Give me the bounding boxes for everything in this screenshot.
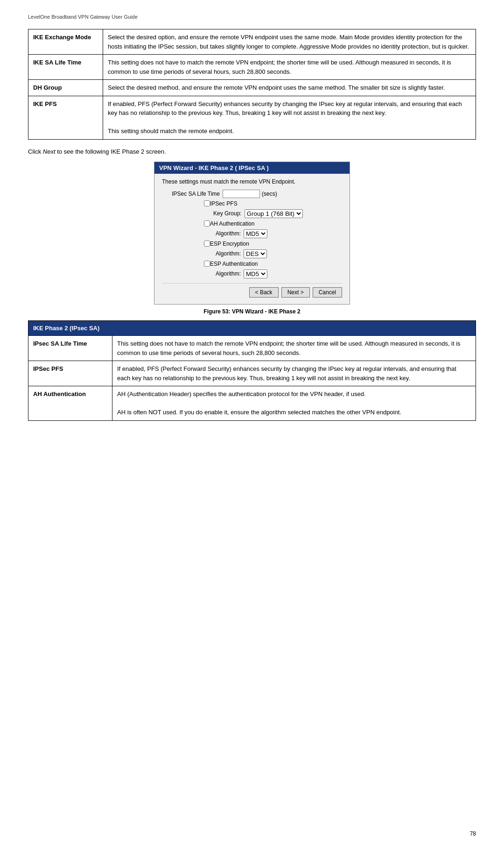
ah-auth-checkbox-label: AH Authentication bbox=[210, 220, 254, 227]
next-button[interactable]: Next > bbox=[281, 287, 310, 298]
instruction-text: Click Next to see the following IKE Phas… bbox=[28, 148, 476, 155]
ike-phase1-table: IKE Exchange Mode Select the desired opt… bbox=[28, 29, 476, 140]
ipsec-pfs-checkbox-label: IPSec PFS bbox=[210, 200, 238, 207]
key-group-label: Key Group: bbox=[213, 210, 245, 217]
esp-auth-algo-label: Algorithm: bbox=[213, 270, 244, 277]
table-row: IKE PFS If enabled, PFS (Perfect Forward… bbox=[28, 96, 476, 139]
ike-phase2-table: IKE Phase 2 (IPsec SA) IPsec SA Life Tim… bbox=[28, 320, 476, 421]
dh-group-desc: Select the desired method, and ensure th… bbox=[103, 80, 476, 96]
ipsec-pfs-label: IPSec PFS bbox=[28, 361, 112, 386]
esp-enc-algo-row: Algorithm: DES bbox=[162, 249, 342, 258]
section-header-cell: IKE Phase 2 (IPsec SA) bbox=[28, 320, 476, 336]
ah-auth-label: AH Authentication bbox=[28, 386, 112, 421]
dh-group-label: DH Group bbox=[28, 80, 103, 96]
esp-enc-checkbox-label: ESP Encryption bbox=[210, 241, 249, 247]
esp-auth-algo-row: Algorithm: MD5 bbox=[162, 269, 342, 278]
key-group-row: Key Group: Group 1 (768 Bit) bbox=[162, 209, 342, 218]
ah-algo-select[interactable]: MD5 bbox=[244, 229, 267, 238]
table-row: AH Authentication AH (Authentication Hea… bbox=[28, 386, 476, 421]
cancel-button[interactable]: Cancel bbox=[313, 287, 342, 298]
ike-pfs-label: IKE PFS bbox=[28, 96, 103, 139]
page-number: 78 bbox=[470, 830, 476, 837]
ah-auth-row: AH Authentication bbox=[162, 220, 342, 227]
figure-caption: Figure 53: VPN Wizard - IKE Phase 2 bbox=[28, 308, 476, 315]
esp-enc-algo-select[interactable]: DES bbox=[244, 249, 267, 258]
ike-sa-life-time-label: IKE SA Life Time bbox=[28, 55, 103, 80]
page-header: LevelOne Broadband VPN Gateway User Guid… bbox=[28, 14, 476, 20]
ike-exchange-mode-desc: Select the desired option, and ensure th… bbox=[103, 29, 476, 55]
esp-auth-algo-select[interactable]: MD5 bbox=[244, 269, 267, 278]
ipsec-sa-life-time-desc: This setting does not have to match the … bbox=[112, 336, 476, 361]
ah-algo-row: Algorithm: MD5 bbox=[162, 229, 342, 238]
esp-enc-checkbox[interactable] bbox=[204, 241, 210, 247]
esp-enc-row: ESP Encryption bbox=[162, 241, 342, 247]
table-row: IKE Exchange Mode Select the desired opt… bbox=[28, 29, 476, 55]
ipsec-pfs-desc: If enabled, PFS (Perfect Forward Securit… bbox=[112, 361, 476, 386]
ike-exchange-mode-label: IKE Exchange Mode bbox=[28, 29, 103, 55]
wizard-title-bar: VPN Wizard - IKE Phase 2 ( IPSec SA ) bbox=[154, 162, 350, 174]
section-header-row: IKE Phase 2 (IPsec SA) bbox=[28, 320, 476, 336]
back-button[interactable]: < Back bbox=[249, 287, 279, 298]
ike-sa-life-time-desc: This setting does not have to match the … bbox=[103, 55, 476, 80]
table-row: IPsec SA Life Time This setting does not… bbox=[28, 336, 476, 361]
esp-auth-checkbox-label: ESP Authentication bbox=[210, 261, 258, 267]
ah-algo-label: Algorithm: bbox=[213, 230, 244, 237]
esp-auth-row: ESP Authentication bbox=[162, 261, 342, 267]
ah-auth-desc: AH (Authentication Header) specifies the… bbox=[112, 386, 476, 421]
ipsec-sa-life-time-label: IPsec SA Life Time bbox=[28, 336, 112, 361]
ipsec-sa-lifetime-input[interactable] bbox=[223, 190, 260, 198]
ipsec-pfs-checkbox[interactable] bbox=[204, 200, 210, 206]
wizard-buttons: < Back Next > Cancel bbox=[162, 283, 342, 298]
ipsec-sa-lifetime-field-label: IPSec SA Life Time bbox=[162, 191, 223, 197]
ipsec-sa-lifetime-unit: (secs) bbox=[262, 191, 277, 197]
table-row: DH Group Select the desired method, and … bbox=[28, 80, 476, 96]
ipsec-sa-lifetime-row: IPSec SA Life Time (secs) bbox=[162, 190, 342, 198]
esp-enc-algo-label: Algorithm: bbox=[213, 250, 244, 257]
ah-auth-checkbox[interactable] bbox=[204, 220, 210, 227]
wizard-body: These settings must match the remote VPN… bbox=[154, 174, 350, 304]
table-row: IPSec PFS If enabled, PFS (Perfect Forwa… bbox=[28, 361, 476, 386]
ike-pfs-desc: If enabled, PFS (Perfect Forward Securit… bbox=[103, 96, 476, 139]
key-group-select[interactable]: Group 1 (768 Bit) bbox=[245, 209, 303, 218]
ipsec-pfs-row: IPSec PFS bbox=[162, 200, 342, 207]
wizard-subtitle: These settings must match the remote VPN… bbox=[162, 178, 342, 185]
table-row: IKE SA Life Time This setting does not h… bbox=[28, 55, 476, 80]
esp-auth-checkbox[interactable] bbox=[204, 261, 210, 267]
vpn-wizard-screenshot: VPN Wizard - IKE Phase 2 ( IPSec SA ) Th… bbox=[154, 162, 350, 305]
